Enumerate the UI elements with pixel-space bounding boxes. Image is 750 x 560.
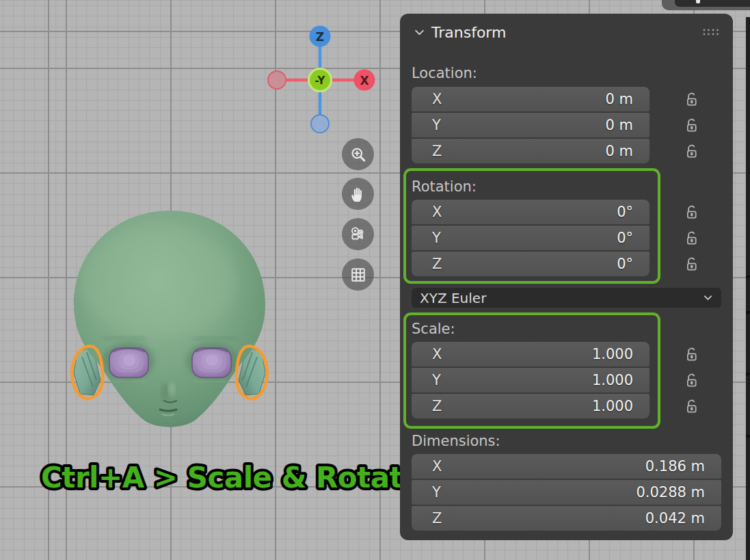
dimensions-y-field[interactable]: Y 0.0288 m xyxy=(412,480,721,505)
rotation-z-row: Z 0° xyxy=(412,252,721,276)
location-group: X 0 m Y 0 m Z 0 m xyxy=(412,87,721,163)
edge-notch xyxy=(746,435,750,438)
dimensions-x-field[interactable]: X 0.186 m xyxy=(412,454,721,479)
gizmo-x-ball[interactable]: X xyxy=(354,70,375,91)
axis-label: Z xyxy=(412,256,442,272)
panel-title: Transform xyxy=(431,24,506,41)
unlock-icon[interactable] xyxy=(682,203,701,222)
gizmo-neg-y-label: -Y xyxy=(315,75,326,87)
edge-notch xyxy=(746,276,750,278)
axis-label: Y xyxy=(412,484,441,501)
scale-y-field[interactable]: Y 1.000 xyxy=(412,368,649,392)
axis-value: 0.186 m xyxy=(645,458,721,475)
rotation-y-field[interactable]: Y 0° xyxy=(412,226,649,250)
drag-grip-icon[interactable] xyxy=(702,28,720,36)
rotation-x-row: X 0° xyxy=(412,200,721,224)
unlock-icon[interactable] xyxy=(682,90,701,109)
axis-value: 1.000 xyxy=(592,398,649,414)
scale-group: X 1.000 Y 1.000 Z 1.000 xyxy=(412,342,721,418)
unlock-icon[interactable] xyxy=(682,397,701,416)
unlock-icon[interactable] xyxy=(682,142,701,161)
editor-edge-strip xyxy=(746,17,750,560)
gizmo-z-label: Z xyxy=(316,30,324,44)
pan-button[interactable] xyxy=(342,178,374,210)
scale-x-row: X 1.000 xyxy=(412,342,721,366)
popup-marker xyxy=(696,0,700,3)
rotation-label: Rotation: xyxy=(412,179,721,194)
scale-z-field[interactable]: Z 1.000 xyxy=(412,394,649,418)
axis-value: 0 m xyxy=(606,143,650,159)
dimensions-z-field[interactable]: Z 0.042 m xyxy=(412,506,721,531)
axis-value: 0 m xyxy=(606,117,650,133)
dimensions-x-row: X 0.186 m xyxy=(412,454,721,479)
axis-value: 0.042 m xyxy=(645,510,721,526)
scale-x-field[interactable]: X 1.000 xyxy=(412,342,649,366)
unlock-icon[interactable] xyxy=(682,345,701,364)
dimensions-label: Dimensions: xyxy=(412,434,721,449)
location-x-row: X 0 m xyxy=(412,87,721,111)
axis-label: Y xyxy=(412,230,441,246)
unlock-icon[interactable] xyxy=(682,229,701,248)
annotation-text: Ctrl+A > Scale & Rotation xyxy=(41,461,409,494)
dimensions-z-row: Z 0.042 m xyxy=(412,506,721,531)
blender-3d-viewport: Z X -Y Ctrl+A > Scale & Rotation Transfo… xyxy=(0,0,750,560)
gizmo-neg-y-ball[interactable]: -Y xyxy=(309,69,332,92)
location-x-field[interactable]: X 0 m xyxy=(412,87,649,111)
chevron-down-icon[interactable] xyxy=(414,27,425,38)
gizmo-neg-z-ball[interactable] xyxy=(311,115,329,133)
axis-value: 0° xyxy=(617,204,649,220)
rotation-group: X 0° Y 0° Z 0° xyxy=(412,200,721,276)
camera-view-button[interactable] xyxy=(342,218,374,250)
location-y-row: Y 0 m xyxy=(412,113,721,137)
gizmo-z-ball[interactable]: Z xyxy=(310,26,331,47)
view-axis-gizmo[interactable]: Z X -Y xyxy=(260,19,383,135)
chevron-down-icon xyxy=(703,293,713,303)
zoom-button[interactable] xyxy=(342,138,374,170)
annotation-text-layer: Ctrl+A > Scale & Rotation xyxy=(26,451,409,503)
axis-label: X xyxy=(412,204,442,220)
location-z-field[interactable]: Z 0 m xyxy=(412,139,649,163)
rotation-z-field[interactable]: Z 0° xyxy=(412,252,649,276)
gizmo-x-label: X xyxy=(360,74,369,88)
transform-panel-header[interactable]: Transform xyxy=(412,23,721,41)
axis-label: Z xyxy=(412,143,442,159)
axis-value: 0° xyxy=(617,256,649,272)
unlock-icon[interactable] xyxy=(682,255,701,274)
axis-label: X xyxy=(412,458,442,475)
axis-value: 1.000 xyxy=(592,346,649,362)
axis-label: Z xyxy=(412,398,442,414)
rotation-mode-value: XYZ Euler xyxy=(420,290,486,306)
camera-view-icon xyxy=(349,225,368,244)
dimensions-y-row: Y 0.0288 m xyxy=(412,480,721,505)
scale-label: Scale: xyxy=(412,321,721,336)
transform-panel: Transform Location: X 0 m Y 0 m xyxy=(400,14,733,540)
axis-value: 0° xyxy=(617,230,649,246)
rotation-mode-dropdown[interactable]: XYZ Euler xyxy=(412,288,721,308)
zoom-icon xyxy=(349,145,368,164)
unlock-icon[interactable] xyxy=(682,371,701,390)
pan-hand-icon xyxy=(349,185,368,204)
dimensions-group: X 0.186 m Y 0.0288 m Z 0.042 m xyxy=(412,454,721,531)
unlock-icon[interactable] xyxy=(682,116,701,135)
location-z-row: Z 0 m xyxy=(412,139,721,163)
partial-popup-tab xyxy=(675,0,750,7)
edge-notch xyxy=(746,311,750,314)
axis-value: 0.0288 m xyxy=(636,484,721,501)
axis-label: Z xyxy=(412,510,442,526)
axis-value: 0 m xyxy=(606,91,650,107)
location-label: Location: xyxy=(412,66,721,81)
axis-label: Y xyxy=(412,372,441,388)
scale-z-row: Z 1.000 xyxy=(412,394,721,418)
axis-label: X xyxy=(412,91,442,107)
gizmo-neg-x-ball[interactable] xyxy=(268,71,286,89)
edge-notch xyxy=(746,373,750,375)
location-y-field[interactable]: Y 0 m xyxy=(412,113,649,137)
rotation-y-row: Y 0° xyxy=(412,226,721,250)
scale-y-row: Y 1.000 xyxy=(412,368,721,392)
axis-value: 1.000 xyxy=(592,372,649,388)
grid-ortho-icon xyxy=(349,265,368,284)
axis-label: X xyxy=(412,346,442,362)
axis-label: Y xyxy=(412,117,441,133)
grid-ortho-button[interactable] xyxy=(342,258,374,291)
rotation-x-field[interactable]: X 0° xyxy=(412,200,649,224)
